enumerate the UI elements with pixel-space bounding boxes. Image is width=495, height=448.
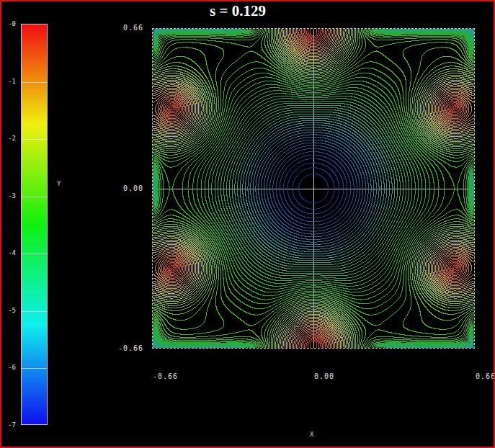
colorbar-level-divider [22, 311, 47, 312]
y-axis-label: Y [57, 180, 61, 187]
x-axis-tick-label: -0.66 [153, 372, 178, 380]
y-axis-tick-label: -0.66 [106, 344, 143, 352]
colorbar [21, 24, 48, 425]
colorbar-level-divider [22, 197, 47, 197]
plot-title: s = 0.129 [0, 2, 476, 20]
figure-window: s = 0.129 Y X -0-1-2-3-4-5-6-70.660.00-0… [0, 0, 495, 448]
colorbar-level-divider [22, 82, 47, 83]
colorbar-level-divider [22, 254, 47, 254]
colorbar-tick-label: -5 [0, 307, 16, 314]
colorbar-tick-label: -0 [0, 20, 16, 27]
colorbar-gradient [22, 24, 47, 424]
colorbar-tick-label: -7 [0, 421, 16, 429]
colorbar-level-divider [22, 368, 47, 369]
colorbar-level-divider [22, 139, 47, 140]
colorbar-tick-label: -6 [0, 364, 16, 371]
x-axis-tick-label: 0.00 [314, 372, 334, 380]
colorbar-tick-label: -1 [0, 78, 16, 85]
colorbar-tick-label: -3 [0, 192, 16, 200]
colorbar-tick-label: -2 [0, 135, 16, 142]
contour-plot-canvas [152, 28, 475, 349]
colorbar-tick-label: -4 [0, 249, 16, 256]
x-axis-tick-label: 0.66 [476, 372, 495, 380]
x-axis-label: X [310, 431, 313, 438]
y-axis-tick-label: 0.66 [106, 24, 143, 32]
y-axis-tick-label: 0.00 [106, 184, 143, 192]
